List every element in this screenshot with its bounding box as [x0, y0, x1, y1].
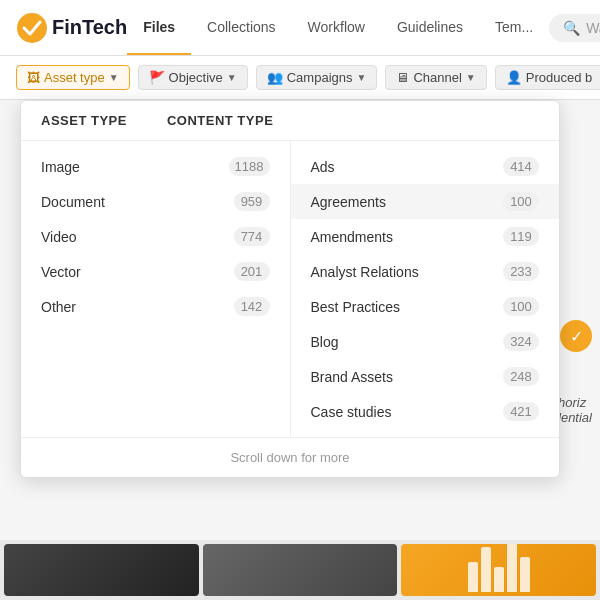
search-icon: 🔍: [563, 20, 580, 36]
thumbnail: [401, 544, 596, 596]
filter-asset-type[interactable]: 🖼 Asset type ▼: [16, 65, 130, 90]
tab-collections[interactable]: Collections: [191, 0, 291, 55]
tab-templates[interactable]: Tem...: [479, 0, 549, 55]
filter-objective[interactable]: 🚩 Objective ▼: [138, 65, 248, 90]
people-icon: 👥: [267, 70, 283, 85]
chevron-down-icon: ▼: [466, 72, 476, 83]
person-icon: 👤: [506, 70, 522, 85]
top-bar: FinTech Files Collections Workflow Guide…: [0, 0, 600, 56]
chart-bar: [520, 557, 530, 592]
search-box[interactable]: 🔍 Want to search: [549, 14, 600, 42]
list-item[interactable]: Agreements 100: [291, 184, 560, 219]
bar-chart: [464, 552, 534, 592]
list-item[interactable]: Blog 324: [291, 324, 560, 359]
content-type-col: Ads 414 Agreements 100 Amendments 119 An…: [291, 141, 560, 437]
chevron-down-icon: ▼: [109, 72, 119, 83]
tab-guidelines[interactable]: Guidelines: [381, 0, 479, 55]
thumbnail: [203, 544, 398, 596]
dropdown-body: Image 1188 Document 959 Video 774 Vector…: [21, 141, 559, 437]
asset-type-dropdown: Asset type Content type Image 1188 Docum…: [20, 100, 560, 478]
list-item[interactable]: Video 774: [21, 219, 290, 254]
thumbnail: [4, 544, 199, 596]
nav-tabs: Files Collections Workflow Guidelines Te…: [127, 0, 549, 55]
chart-bar: [481, 547, 491, 592]
check-circle: ✓: [560, 320, 592, 352]
logo-text: FinTech: [52, 16, 127, 39]
logo-icon: [16, 12, 48, 44]
chart-bar: [468, 562, 478, 592]
thumbnail-row: [0, 540, 600, 600]
col1-title: Asset type: [41, 113, 127, 128]
image-icon: 🖼: [27, 70, 40, 85]
list-item[interactable]: Amendments 119: [291, 219, 560, 254]
logo-area: FinTech: [16, 12, 127, 44]
scroll-more-label[interactable]: Scroll down for more: [21, 437, 559, 477]
monitor-icon: 🖥: [396, 70, 409, 85]
flag-icon: 🚩: [149, 70, 165, 85]
list-item[interactable]: Document 959: [21, 184, 290, 219]
list-item[interactable]: Best Practices 100: [291, 289, 560, 324]
list-item[interactable]: Case studies 421: [291, 394, 560, 429]
search-placeholder: Want to search: [586, 20, 600, 36]
list-item[interactable]: Ads 414: [291, 149, 560, 184]
list-item[interactable]: Other 142: [21, 289, 290, 324]
chart-bar: [494, 567, 504, 592]
list-item[interactable]: Brand Assets 248: [291, 359, 560, 394]
asset-type-col: Image 1188 Document 959 Video 774 Vector…: [21, 141, 291, 437]
chevron-down-icon: ▼: [356, 72, 366, 83]
dropdown-header: Asset type Content type: [21, 101, 559, 141]
tab-files[interactable]: Files: [127, 0, 191, 55]
filter-bar: 🖼 Asset type ▼ 🚩 Objective ▼ 👥 Campaigns…: [0, 56, 600, 100]
list-item[interactable]: Analyst Relations 233: [291, 254, 560, 289]
chevron-down-icon: ▼: [227, 72, 237, 83]
filter-campaigns[interactable]: 👥 Campaigns ▼: [256, 65, 378, 90]
svg-point-0: [17, 13, 47, 43]
tab-workflow[interactable]: Workflow: [292, 0, 381, 55]
filter-channel[interactable]: 🖥 Channel ▼: [385, 65, 486, 90]
filter-produced-by[interactable]: 👤 Produced b: [495, 65, 600, 90]
chart-bar: [507, 544, 517, 592]
list-item[interactable]: Image 1188: [21, 149, 290, 184]
list-item[interactable]: Vector 201: [21, 254, 290, 289]
col2-title: Content type: [167, 113, 273, 128]
